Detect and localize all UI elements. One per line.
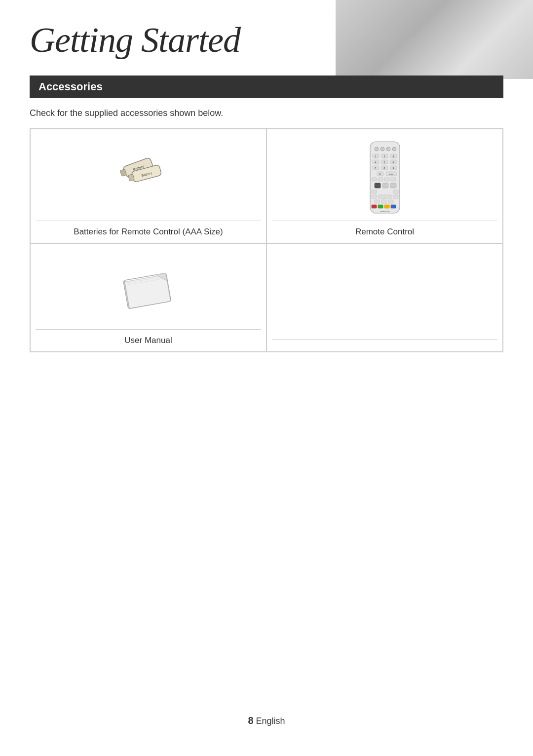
svg-rect-40 — [372, 190, 377, 193]
svg-text:7: 7 — [375, 167, 376, 170]
svg-rect-34 — [378, 178, 383, 181]
svg-text:8: 8 — [383, 167, 385, 170]
svg-rect-44 — [393, 195, 398, 198]
svg-rect-53 — [124, 274, 170, 308]
remote-image: 1 2 3 4 5 6 7 8 9 — [365, 139, 405, 216]
svg-text:SAMSUNG: SAMSUNG — [380, 210, 389, 213]
svg-text:2: 2 — [383, 155, 385, 158]
svg-text:3: 3 — [392, 155, 394, 158]
svg-rect-39 — [390, 183, 396, 188]
svg-point-7 — [375, 147, 379, 151]
page-number: 8 — [248, 715, 253, 726]
accessories-grid: Battery Battery Batteries for Remote Con… — [30, 128, 503, 352]
manual-label: User Manual — [36, 329, 261, 351]
svg-rect-43 — [379, 195, 391, 198]
svg-rect-36 — [391, 178, 396, 181]
page-footer: 8 English — [0, 715, 533, 726]
svg-rect-41 — [393, 190, 398, 193]
remote-svg: 1 2 3 4 5 6 7 8 9 — [368, 139, 402, 216]
page-title: Getting Started — [30, 20, 503, 61]
svg-text:4: 4 — [375, 161, 376, 164]
svg-rect-47 — [388, 200, 393, 203]
remote-cell: 1 2 3 4 5 6 7 8 9 — [266, 129, 503, 243]
svg-rect-51 — [391, 205, 396, 208]
svg-text:5: 5 — [383, 161, 385, 164]
remote-placeholder-cell — [266, 243, 503, 352]
svg-text:PVR: PVR — [389, 173, 393, 176]
manual-image — [116, 254, 181, 324]
page-language: English — [256, 716, 285, 726]
battery-label: Batteries for Remote Control (AAA Size) — [36, 221, 261, 243]
battery-cell: Battery Battery Batteries for Remote Con… — [30, 129, 266, 243]
svg-point-10 — [392, 147, 396, 151]
intro-text: Check for the supplied accessories shown… — [30, 108, 503, 118]
svg-text:0: 0 — [379, 173, 381, 176]
remote-label: Remote Control — [272, 221, 497, 243]
manual-cell: User Manual — [30, 243, 266, 352]
svg-text:1: 1 — [375, 155, 376, 158]
battery-image: Battery Battery — [116, 139, 181, 216]
svg-rect-50 — [384, 205, 389, 208]
svg-rect-49 — [378, 205, 383, 208]
svg-text:9: 9 — [392, 167, 394, 170]
svg-rect-37 — [375, 183, 381, 188]
remote-placeholder-label — [272, 339, 497, 351]
manual-svg — [116, 265, 181, 312]
svg-rect-38 — [382, 183, 388, 188]
svg-rect-35 — [384, 178, 389, 181]
svg-point-9 — [386, 147, 390, 151]
batteries-svg: Battery Battery — [116, 154, 181, 201]
svg-rect-45 — [375, 200, 380, 203]
svg-text:6: 6 — [392, 161, 394, 164]
svg-rect-48 — [372, 205, 377, 208]
svg-rect-46 — [381, 200, 386, 203]
section-header: Accessories — [30, 76, 503, 98]
svg-point-8 — [381, 147, 384, 151]
svg-rect-42 — [372, 195, 377, 198]
svg-rect-33 — [372, 178, 377, 181]
